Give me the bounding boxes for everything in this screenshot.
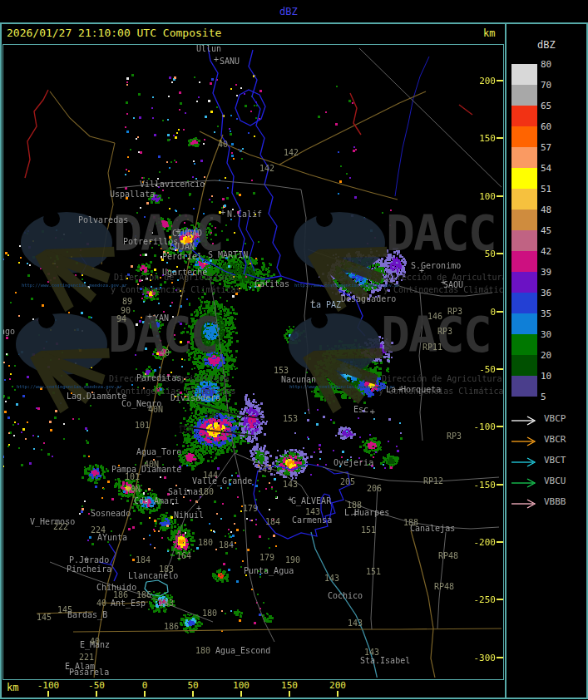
y-axis-tick-label: -200 — [466, 537, 496, 548]
legend-band — [511, 126, 537, 147]
map-route-label: 190 — [285, 555, 300, 564]
map-route-label: 179 — [259, 553, 274, 562]
legend-band-label: 60 — [541, 121, 569, 132]
left-border — [0, 22, 2, 699]
map-route-label: 40 — [90, 637, 100, 646]
map-route-label: 151 — [361, 525, 376, 535]
legend-band — [511, 106, 537, 126]
legend-band-label: 5 — [541, 392, 569, 402]
map-place-label: Perdriel — [162, 252, 202, 261]
map-route-label: 180 — [195, 646, 210, 655]
station-cross-marker: + — [370, 407, 375, 417]
vector-legend-label: VBCT — [544, 455, 566, 466]
map-route-label: RP3 — [447, 307, 462, 316]
map-route-label: 186 — [113, 590, 128, 599]
bottom-axis-unit-label: km — [7, 682, 18, 693]
map-route-label: 143 — [305, 507, 320, 516]
map-route-label: RP48 — [434, 582, 454, 591]
map-route-label: 224 — [91, 525, 106, 535]
map-place-label: SAOU — [443, 280, 463, 289]
map-route-label: 180 — [199, 487, 214, 496]
x-axis-tick-label: -50 — [80, 680, 113, 691]
y-axis-tick — [497, 195, 503, 197]
legend-band-label: 36 — [541, 288, 569, 298]
y-axis-tick-label: -300 — [466, 653, 496, 663]
legend-separator — [505, 22, 506, 699]
station-cross-marker: + — [441, 278, 446, 287]
y-axis-tick — [497, 657, 503, 658]
vector-arrow-icon — [511, 455, 539, 471]
x-axis-tick — [47, 691, 49, 697]
map-route-label: 183 — [159, 599, 174, 608]
legend-band-label: 51 — [541, 184, 569, 195]
y-axis-tick — [497, 426, 503, 427]
y-axis-tick — [497, 311, 503, 313]
map-place-label: Punta_Agua — [244, 566, 294, 575]
map-place-label: Ugarteche — [162, 268, 207, 277]
map-place-label: Lag.Diamante — [67, 392, 126, 401]
map-place-label: N.Calif — [227, 210, 262, 219]
map-route-label: RP12 — [423, 476, 443, 486]
legend-band — [511, 355, 537, 376]
map-route-label: 153 — [283, 414, 298, 423]
legend-band — [511, 376, 537, 397]
legend-band-label: 42 — [541, 246, 569, 257]
map-place-label: SANU — [220, 57, 240, 66]
map-place-label: Nacunan — [281, 375, 316, 384]
map-place-label: Polvaredas — [78, 215, 128, 224]
legend-band-label: 65 — [541, 101, 569, 111]
legend-band-label: 54 — [541, 163, 569, 174]
map-route-label: 40N — [148, 405, 163, 414]
vector-arrow-icon — [511, 434, 539, 450]
map-place-label: P.Jurado — [69, 555, 109, 564]
x-axis-tick-label: 0 — [128, 680, 161, 691]
top-divider — [0, 22, 588, 24]
map-place-label: Salinas — [168, 487, 203, 496]
map-place-label: Valle_Grande — [192, 476, 252, 486]
map-place-label: Carmensa — [292, 515, 332, 525]
x-axis-tick — [240, 691, 242, 697]
radar-composite-map[interactable]: DACCDirección de Agriculturay Contingenc… — [2, 44, 504, 680]
map-route-label: 40 — [160, 348, 170, 357]
map-place-label: Uspallata — [110, 190, 155, 199]
legend-band-label: 39 — [541, 267, 569, 278]
map-place-label: Sosneado — [91, 509, 131, 518]
legend-band — [511, 230, 537, 251]
y-axis-tick — [497, 484, 503, 486]
legend-band-label: 30 — [541, 329, 569, 340]
map-route-label: 151 — [366, 567, 381, 576]
map-route-label: RP11 — [422, 343, 442, 352]
vector-arrow-icon — [511, 476, 539, 491]
station-cross-marker: + — [175, 227, 180, 236]
y-axis-tick — [497, 541, 503, 543]
map-route-label: 143 — [324, 574, 339, 583]
x-axis-tick — [96, 691, 97, 697]
timestamp-title: 2026/01/27 21:10:00 UTC Composite — [7, 27, 221, 39]
station-cross-marker: + — [398, 385, 403, 394]
map-place-label: Desaguadero — [341, 294, 396, 303]
map-route-label: 142 — [284, 148, 299, 157]
legend-band — [511, 334, 537, 355]
y-axis-tick — [497, 80, 503, 81]
map-route-label: 145 — [37, 613, 52, 622]
map-route-label: 143 — [364, 648, 379, 657]
map-route-label: 94 — [116, 314, 126, 323]
map-place-label: La Horqueta — [386, 385, 441, 394]
map-route-label: 89 — [122, 297, 132, 306]
station-cross-marker: + — [220, 208, 225, 217]
map-route-label: RP3 — [437, 327, 452, 336]
map-route-label: 186 — [164, 622, 179, 631]
map-route-label: 146 — [427, 312, 442, 321]
map-route-label: 180 — [198, 538, 213, 547]
station-cross-marker: + — [419, 266, 424, 275]
station-cross-marker: + — [214, 55, 219, 64]
vector-legend-label: VBCR — [544, 434, 566, 445]
map-place-label: Sta.Isabel — [360, 656, 410, 665]
map-route-label: 183 — [159, 564, 174, 574]
map-place-label: La PAZ — [311, 300, 341, 309]
map-route-label: 150 — [178, 426, 193, 435]
map-route-label: 179 — [243, 504, 258, 513]
x-axis-tick — [289, 691, 290, 697]
x-axis-tick — [144, 691, 146, 697]
legend-band — [511, 313, 537, 334]
